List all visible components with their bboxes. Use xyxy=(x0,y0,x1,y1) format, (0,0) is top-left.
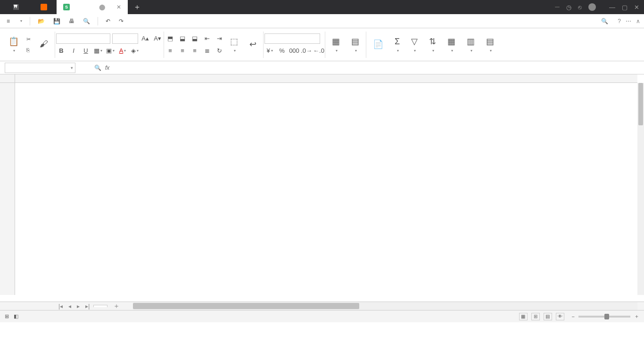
increase-font-icon[interactable]: A▴ xyxy=(140,33,150,44)
view-break-icon[interactable]: ▤ xyxy=(544,313,552,320)
doc-helper-icon: 📄 xyxy=(373,39,383,49)
cond-format-button[interactable]: ▦▾ xyxy=(329,34,343,55)
border-button[interactable]: ▦▾ xyxy=(93,46,103,56)
view-page-icon[interactable]: ⊞ xyxy=(531,313,540,320)
italic-button[interactable]: I xyxy=(68,46,79,56)
align-left-icon[interactable]: ≡ xyxy=(165,46,175,56)
percent-icon[interactable]: % xyxy=(277,46,287,56)
decrease-font-icon[interactable]: A▾ xyxy=(152,33,163,44)
font-color-button[interactable]: A▾ xyxy=(117,46,128,56)
undo-icon[interactable]: ↶ xyxy=(103,17,113,25)
close-icon[interactable]: ✕ xyxy=(116,4,121,10)
notification-badge[interactable] xyxy=(555,7,560,8)
increase-indent-icon[interactable]: ⇥ xyxy=(214,33,224,44)
sort-button[interactable]: ⇅▾ xyxy=(426,34,439,55)
save-icon[interactable]: 💾 xyxy=(50,17,63,25)
new-tab-button[interactable]: ＋ xyxy=(128,2,147,12)
zoom-knob[interactable] xyxy=(604,314,609,319)
zoom-in-icon[interactable]: ＋ xyxy=(634,313,639,320)
sum-button[interactable]: Σ▾ xyxy=(392,35,403,55)
formulabar: ▾ 🔍 fx xyxy=(0,61,644,74)
merge-center-button[interactable]: ⬚▾ xyxy=(227,34,241,55)
cells[interactable] xyxy=(15,83,637,295)
collapse-ribbon-icon[interactable]: ∧ xyxy=(636,18,640,24)
redo-icon[interactable]: ↷ xyxy=(116,17,126,25)
format-painter-button[interactable]: 🖌 xyxy=(37,37,51,52)
underline-button[interactable]: U xyxy=(81,46,91,56)
open-icon[interactable]: 📂 xyxy=(35,17,48,25)
cut-button[interactable]: ✂ xyxy=(25,35,34,43)
wrap-text-button[interactable]: ↩ xyxy=(247,37,259,52)
sigma-icon: Σ xyxy=(395,37,400,47)
tab-mall[interactable] xyxy=(34,0,57,14)
table-style-button[interactable]: ▤▾ xyxy=(348,34,362,55)
orientation-icon[interactable]: ↻ xyxy=(214,46,224,56)
hamburger-icon[interactable]: ≡ xyxy=(4,17,13,25)
number-format-combo[interactable] xyxy=(264,33,320,44)
worksheet-icon: ▤ xyxy=(486,36,494,47)
name-box[interactable]: ▾ xyxy=(5,63,75,73)
sheet-nav-prev[interactable]: ◂ xyxy=(66,303,73,310)
print-icon[interactable]: 🖶 xyxy=(66,17,77,25)
avatar[interactable] xyxy=(588,3,596,11)
bold-button[interactable]: B xyxy=(56,46,66,56)
horizontal-scrollbar[interactable] xyxy=(133,302,637,310)
font-name-combo[interactable] xyxy=(56,33,110,44)
increase-decimal-icon[interactable]: .0→ xyxy=(301,46,312,56)
fx-icon[interactable]: fx xyxy=(105,65,109,71)
tab-file-active[interactable]: S ⬤ ✕ xyxy=(57,0,128,14)
view-reading-icon[interactable]: 👁 xyxy=(556,313,564,320)
rowcol-button[interactable]: ▥▾ xyxy=(464,34,478,55)
clear-format-button[interactable]: ◈▾ xyxy=(130,46,140,56)
sheet-tab-bar: |◂ ◂ ▸ ▸| ＋ xyxy=(0,302,644,310)
comma-icon[interactable]: 000 xyxy=(289,46,299,56)
format-button[interactable]: ▦▾ xyxy=(445,34,458,55)
zoom-out-icon[interactable]: − xyxy=(572,314,575,319)
align-center-icon[interactable]: ≡ xyxy=(177,46,188,56)
vscroll-thumb[interactable] xyxy=(638,83,643,125)
zoom-slider[interactable] xyxy=(578,316,630,318)
decrease-indent-icon[interactable]: ⇤ xyxy=(202,33,212,44)
hscroll-thumb[interactable] xyxy=(133,303,359,309)
sheet-nav-first[interactable]: |◂ xyxy=(57,303,65,310)
brush-icon: 🖌 xyxy=(40,39,48,49)
sheet-nav-next[interactable]: ▸ xyxy=(75,303,82,310)
align-top-icon[interactable]: ⬒ xyxy=(165,33,175,44)
maximize-icon[interactable]: ▢ xyxy=(622,4,627,11)
currency-icon[interactable]: ¥▾ xyxy=(264,46,275,56)
paste-button[interactable]: 📋▾ xyxy=(6,34,22,55)
sheet-tab-active[interactable] xyxy=(93,305,107,307)
zoom-fx-icon[interactable]: 🔍 xyxy=(94,65,101,71)
vertical-scrollbar[interactable] xyxy=(637,83,644,295)
filter-button[interactable]: ▽▾ xyxy=(408,34,421,55)
minimize-icon[interactable]: — xyxy=(609,4,615,11)
ribbon: 📋▾ ✂ ⎘ 🖌 A▴ A▾ B I U ▦▾ ▣▾ A▾ ◈▾ ⬒ ⬓ ⬓ xyxy=(0,28,644,61)
justify-icon[interactable]: ≣ xyxy=(202,46,212,56)
sort-icon: ⇅ xyxy=(429,36,436,47)
status-icon-2[interactable]: ◧ xyxy=(14,313,18,319)
fill-color-button[interactable]: ▣▾ xyxy=(105,46,116,56)
column-headers xyxy=(15,74,637,83)
chevron-down-icon[interactable]: ▾ xyxy=(71,65,73,70)
file-menu[interactable]: ▾ xyxy=(16,18,25,24)
align-bottom-icon[interactable]: ⬓ xyxy=(190,33,200,44)
more-icon[interactable]: ⋯ xyxy=(626,18,631,24)
doc-helper-button[interactable]: 📄 xyxy=(370,37,386,52)
select-all-corner[interactable] xyxy=(0,74,15,83)
sheet-nav-last[interactable]: ▸| xyxy=(83,303,91,310)
preview-icon[interactable]: 🔍 xyxy=(80,17,93,25)
view-normal-icon[interactable]: ▦ xyxy=(519,313,528,320)
worksheet-button[interactable]: ▤▾ xyxy=(483,34,497,55)
shirt-icon[interactable]: ⎋ xyxy=(578,4,582,11)
align-middle-icon[interactable]: ⬓ xyxy=(177,33,188,44)
font-size-combo[interactable] xyxy=(112,33,138,44)
status-icon-1[interactable]: ⊞ xyxy=(5,313,9,319)
wps-icon xyxy=(12,3,20,11)
decrease-decimal-icon[interactable]: ←.0 xyxy=(314,46,324,56)
close-window-icon[interactable]: ✕ xyxy=(634,4,639,11)
help-icon[interactable]: ? xyxy=(618,18,621,24)
align-right-icon[interactable]: ≡ xyxy=(190,46,200,56)
add-sheet-button[interactable]: ＋ xyxy=(109,302,124,310)
copy-button[interactable]: ⎘ xyxy=(25,46,34,54)
clock-icon[interactable]: ◷ xyxy=(566,4,571,11)
